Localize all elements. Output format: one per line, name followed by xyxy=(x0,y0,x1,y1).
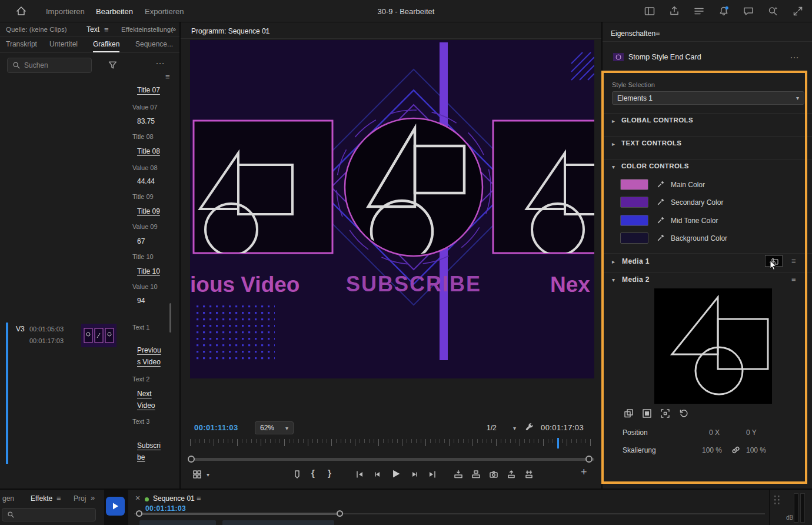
media2-thumbnail[interactable] xyxy=(654,288,772,404)
search-input[interactable] xyxy=(24,61,86,69)
extract-button[interactable] xyxy=(524,470,534,479)
menu-bearbeiten[interactable]: Bearbeiten xyxy=(96,7,133,16)
overwrite-button[interactable] xyxy=(471,470,481,479)
tab-projekt[interactable]: Proj xyxy=(74,494,86,503)
insert-button[interactable] xyxy=(454,470,463,479)
menu-importieren[interactable]: Importieren xyxy=(46,7,85,16)
playhead[interactable] xyxy=(557,438,559,448)
clip-text-value[interactable]: Previou s Video xyxy=(137,345,161,368)
timeline-clip[interactable] xyxy=(139,520,216,525)
go-to-in-button[interactable] xyxy=(355,470,364,479)
background-color-eyedropper[interactable] xyxy=(657,233,665,242)
fit-frame-button[interactable] xyxy=(660,408,670,418)
panel-overflow-icon[interactable]: » xyxy=(91,493,95,502)
zoom-handle-left[interactable] xyxy=(188,456,195,463)
transport-caret-icon[interactable]: ▾ xyxy=(207,471,209,478)
comments-button[interactable] xyxy=(743,5,754,17)
subtab-untertitel[interactable]: Untertitel xyxy=(49,40,78,48)
timeline-tab-sequence[interactable]: Sequence 01 xyxy=(153,494,195,503)
panel-overflow-icon[interactable]: » xyxy=(172,25,176,34)
tab-effect-controls[interactable]: Effekteinstellung( xyxy=(121,26,173,33)
secondary-color-swatch[interactable] xyxy=(620,197,648,208)
scale-y-value[interactable]: 100 % xyxy=(746,446,766,454)
media2-menu-icon[interactable]: ≡ xyxy=(791,275,796,283)
text-panel-menu-icon[interactable]: ≡ xyxy=(104,26,109,34)
monitor-settings-button[interactable] xyxy=(524,423,534,433)
tab-text[interactable]: Text xyxy=(86,25,99,34)
media1-chevron-icon[interactable]: ▸ xyxy=(612,258,615,265)
home-button[interactable] xyxy=(15,5,27,17)
position-x-value[interactable]: 0 X xyxy=(709,428,720,437)
tab-effekte[interactable]: Effekte xyxy=(31,494,52,503)
field-value[interactable]: Title 09 xyxy=(137,207,160,215)
mark-in-button[interactable]: { xyxy=(311,468,315,478)
current-timecode[interactable]: 00:01:11:03 xyxy=(194,423,238,432)
workspaces-button[interactable] xyxy=(693,5,705,17)
ai-search-button[interactable] xyxy=(767,5,779,17)
lift-button[interactable] xyxy=(507,470,516,479)
mid-tone-color-swatch[interactable] xyxy=(620,215,648,226)
add-marker-button[interactable] xyxy=(292,470,302,479)
color-controls-chevron-icon[interactable]: ▾ xyxy=(612,164,615,170)
style-selection-dropdown[interactable]: Elements 1 ▾ xyxy=(612,91,804,105)
premiere-app-button[interactable] xyxy=(106,497,125,516)
button-editor-button[interactable] xyxy=(192,470,202,479)
main-color-swatch[interactable] xyxy=(620,179,648,190)
filter-button[interactable] xyxy=(108,60,118,70)
field-value[interactable]: 94 xyxy=(137,297,145,305)
mid-tone-color-eyedropper[interactable] xyxy=(657,215,665,224)
graphics-search-box[interactable] xyxy=(7,58,92,73)
global-controls-chevron-icon[interactable]: ▸ xyxy=(612,118,615,124)
tab-truncated[interactable]: gen xyxy=(2,494,14,503)
media1-menu-icon[interactable]: ≡ xyxy=(791,257,796,265)
field-value[interactable]: Title 07 xyxy=(137,86,160,94)
text-controls-chevron-icon[interactable]: ▸ xyxy=(612,141,615,147)
zoom-level-dropdown[interactable]: 62% ▾ xyxy=(255,421,294,434)
timeline-zoom-handle-left[interactable] xyxy=(136,510,142,517)
notifications-button[interactable] xyxy=(718,5,730,17)
timeline-clip[interactable] xyxy=(222,520,334,525)
timeline-scroll-range[interactable] xyxy=(139,513,340,515)
field-value[interactable]: Title 08 xyxy=(137,147,160,155)
field-value[interactable]: 67 xyxy=(137,237,145,245)
monitor-zoom-scrollbar[interactable] xyxy=(190,458,594,461)
playback-resolution-dropdown[interactable]: 1/2 ▾ xyxy=(481,421,521,434)
effects-search-input[interactable] xyxy=(18,511,91,519)
effects-search-box[interactable] xyxy=(2,508,96,521)
scale-x-value[interactable]: 100 % xyxy=(702,446,722,454)
properties-menu-icon[interactable]: ≡ xyxy=(655,29,660,37)
blend-mode-button[interactable] xyxy=(624,408,634,418)
tab-source-monitor[interactable]: Quelle: (keine Clips) xyxy=(6,26,67,33)
section-global-controls[interactable]: GLOBAL CONTROLS xyxy=(621,117,693,124)
section-media-2[interactable]: Media 2 xyxy=(622,275,650,284)
reset-button[interactable] xyxy=(679,408,689,418)
clip-text-value[interactable]: Next Video xyxy=(137,388,155,412)
more-options-button[interactable]: … xyxy=(155,57,165,66)
zoom-handle-right[interactable] xyxy=(585,456,593,463)
media2-chevron-icon[interactable]: ▾ xyxy=(612,277,615,283)
workspace-layout-button[interactable] xyxy=(644,5,655,17)
field-value[interactable]: 44.44 xyxy=(137,177,155,185)
subtab-grafiken[interactable]: Grafiken xyxy=(93,40,119,52)
play-button[interactable] xyxy=(390,468,401,479)
fullscreen-button[interactable] xyxy=(792,5,804,17)
scale-link-toggle[interactable] xyxy=(731,446,740,454)
field-value[interactable]: Title 10 xyxy=(137,267,160,275)
position-y-value[interactable]: 0 Y xyxy=(746,428,757,437)
secondary-color-eyedropper[interactable] xyxy=(657,197,665,206)
subtab-transkript[interactable]: Transkript xyxy=(6,40,37,48)
mark-out-button[interactable]: } xyxy=(328,468,331,478)
program-time-ruler[interactable] xyxy=(190,439,594,448)
field-value[interactable]: 83.75 xyxy=(137,117,155,125)
timeline-timecode[interactable]: 00:01:11:03 xyxy=(145,504,186,513)
close-sequence-icon[interactable]: × xyxy=(135,493,140,503)
effekte-menu-icon[interactable]: ≡ xyxy=(56,494,61,502)
program-panel-menu-icon[interactable]: ≡ xyxy=(264,27,269,35)
fill-frame-button[interactable] xyxy=(642,408,652,418)
timeline-menu-icon[interactable]: ≡ xyxy=(197,494,201,502)
background-color-swatch[interactable] xyxy=(620,232,648,244)
main-color-eyedropper[interactable] xyxy=(657,180,665,188)
clip-text-value[interactable]: Subscri be xyxy=(137,440,161,464)
section-color-controls[interactable]: COLOR CONTROLS xyxy=(621,162,689,170)
clip-thumbnail[interactable] xyxy=(81,324,117,347)
